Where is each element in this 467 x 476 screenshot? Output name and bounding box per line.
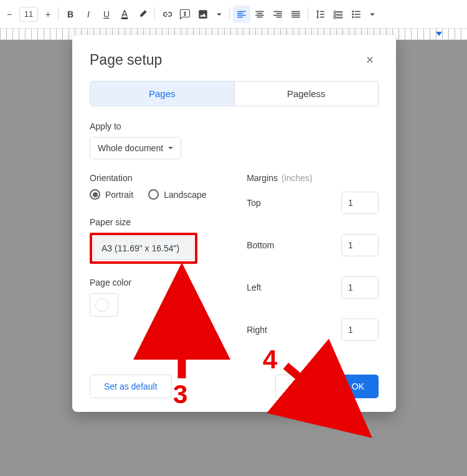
margin-right-input[interactable]: [341, 319, 379, 341]
margin-left-label: Left: [247, 282, 261, 292]
tab-row: Pages Pageless: [90, 81, 379, 106]
chevron-down-icon: [168, 147, 173, 149]
margin-right-label: Right: [247, 325, 267, 335]
bold-button[interactable]: B: [62, 6, 79, 23]
font-increase-button[interactable]: +: [41, 6, 55, 23]
align-center-button[interactable]: [251, 6, 268, 23]
margin-top-input[interactable]: [341, 192, 379, 214]
toolbar: − + B I U: [0, 0, 467, 29]
bulleted-list-button[interactable]: [347, 6, 365, 23]
set-as-default-button[interactable]: Set as default: [90, 375, 172, 398]
image-dropdown-icon[interactable]: [212, 6, 226, 23]
dialog-title: Page setup: [90, 52, 162, 68]
apply-to-value: Whole document: [98, 143, 163, 153]
paper-size-label: Paper size: [90, 217, 235, 227]
text-color-button[interactable]: [116, 6, 133, 23]
paper-size-value: A3 (11.69" x 16.54"): [101, 243, 179, 253]
radio-icon: [90, 189, 100, 200]
margin-top-label: Top: [247, 198, 261, 208]
cancel-button[interactable]: Cancel: [275, 375, 331, 398]
tab-pages[interactable]: Pages: [90, 82, 235, 106]
svg-point-3: [352, 16, 354, 18]
italic-button[interactable]: I: [80, 6, 97, 23]
paper-size-dropdown[interactable]: A3 (11.69" x 16.54"): [93, 236, 194, 260]
align-justify-button[interactable]: [287, 6, 304, 23]
link-button[interactable]: [158, 6, 176, 23]
svg-point-2: [352, 13, 354, 15]
align-right-button[interactable]: [269, 6, 286, 23]
page-color-label: Page color: [90, 278, 235, 287]
image-button[interactable]: [194, 6, 212, 23]
margins-label: Margins: [247, 173, 278, 183]
radio-landscape-label: Landscape: [164, 190, 207, 200]
toolbar-separator: [154, 7, 155, 21]
ok-button[interactable]: OK: [337, 375, 379, 398]
list-dropdown-icon[interactable]: [366, 6, 379, 23]
font-size-box: [19, 7, 38, 22]
radio-portrait-label: Portrait: [105, 190, 133, 200]
align-left-button[interactable]: [233, 6, 250, 23]
color-swatch-icon: [95, 298, 109, 312]
margin-bottom-input[interactable]: [341, 234, 379, 256]
close-button[interactable]: [361, 51, 379, 68]
page-setup-dialog: Page setup Pages Pageless Apply to Whole…: [72, 35, 396, 412]
svg-rect-0: [121, 17, 128, 19]
toolbar-separator: [229, 7, 230, 21]
checklist-button[interactable]: [329, 6, 347, 23]
radio-icon: [148, 189, 159, 200]
font-decrease-button[interactable]: −: [2, 6, 16, 23]
font-size-input[interactable]: [20, 9, 37, 19]
comment-button[interactable]: [176, 6, 194, 23]
annotation-highlight-box: A3 (11.69" x 16.54"): [90, 233, 197, 264]
highlight-button[interactable]: [134, 6, 151, 23]
close-icon: [365, 55, 375, 65]
toolbar-separator: [308, 7, 308, 21]
apply-to-label: Apply to: [90, 121, 379, 131]
toolbar-separator: [58, 7, 59, 21]
ruler-tab-marker[interactable]: [436, 32, 442, 36]
margins-unit: (inches): [281, 173, 313, 183]
underline-button[interactable]: U: [98, 6, 115, 23]
svg-point-1: [352, 11, 354, 12]
orientation-label: Orientation: [90, 173, 235, 183]
margin-left-input[interactable]: [341, 276, 379, 299]
tab-pageless[interactable]: Pageless: [235, 82, 379, 106]
margin-bottom-label: Bottom: [247, 240, 274, 250]
page-color-dropdown[interactable]: [90, 293, 118, 317]
radio-portrait[interactable]: Portrait: [90, 189, 133, 200]
radio-landscape[interactable]: Landscape: [148, 189, 207, 200]
apply-to-dropdown[interactable]: Whole document: [90, 137, 181, 159]
line-spacing-button[interactable]: [311, 6, 329, 23]
